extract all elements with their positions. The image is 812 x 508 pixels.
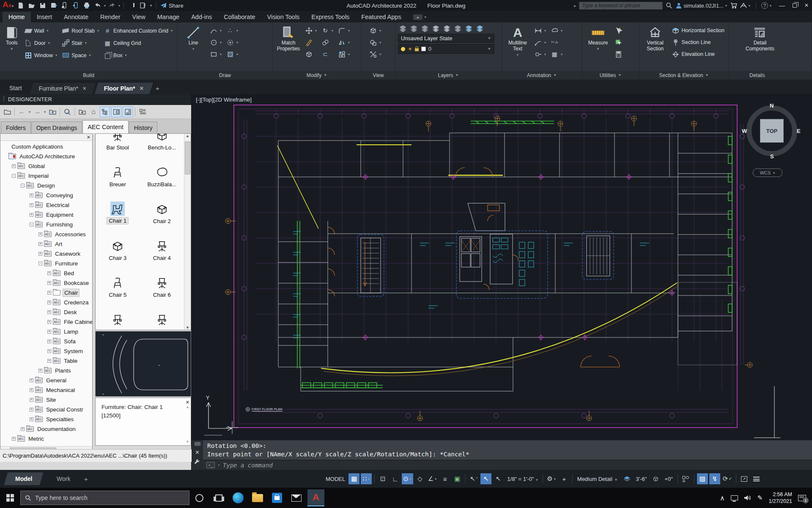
osnap-2d-toggle[interactable]: ↖° [468, 473, 479, 484]
quick-calc-button[interactable] [613, 50, 624, 58]
tab-add-ins[interactable]: Add-ins [185, 12, 218, 22]
recent-commands-dropdown[interactable]: ▾ [217, 463, 220, 467]
open-from-web-button[interactable] [60, 1, 70, 10]
snap-toggle[interactable]: ∷▾ [361, 473, 372, 484]
redo-button[interactable] [107, 1, 117, 10]
tree-item-lamp[interactable]: +Lamp [0, 327, 92, 337]
tree-item-furnishing[interactable]: -Furnishing [0, 220, 92, 229]
tree-item-desk[interactable]: +Desk [0, 307, 92, 317]
tree-item-autocad-architecture[interactable]: +AutoCAD Architecture [0, 152, 92, 161]
scroll-down-arrow[interactable]: ▼ [186, 326, 189, 330]
tree-expander-icon[interactable]: + [38, 369, 42, 373]
tree-expander-icon[interactable]: + [30, 203, 33, 207]
plot-button[interactable] [82, 1, 92, 10]
search-button[interactable] [62, 107, 72, 117]
tree-item-special-constr[interactable]: +Special Constr [0, 405, 92, 414]
tree-expander-icon[interactable]: + [47, 301, 51, 304]
lineweight-toggle[interactable]: ≡ [439, 473, 450, 484]
leader-button[interactable]: ▾ [532, 39, 548, 46]
layer-properties-button[interactable] [398, 24, 407, 33]
drag-handle-icon[interactable] [195, 442, 200, 446]
content-item-chair-8[interactable]: Chair 8 [140, 300, 184, 330]
search-expand-arrow[interactable]: ▸ [574, 3, 576, 8]
move-button[interactable]: ▾ [303, 27, 319, 34]
app-store-cart-icon[interactable] [730, 2, 737, 9]
ortho-toggle[interactable]: ∟ [390, 473, 401, 484]
revision-cloud-button[interactable]: ▾ [549, 27, 565, 34]
osnap-3d-toggle[interactable]: ↖ [493, 473, 504, 484]
layer-unlock-icon[interactable] [415, 48, 419, 51]
back-button[interactable]: ← [17, 107, 27, 117]
command-close-icon[interactable]: ✕ [195, 449, 200, 456]
tree-item-chair[interactable]: +Chair [0, 288, 92, 298]
door-button[interactable]: Door▾ [23, 39, 59, 47]
rectangle-button[interactable]: ▾ [208, 50, 224, 58]
command-input-row[interactable]: ›_ ▾ Type a command [203, 460, 812, 470]
layer-current-row[interactable]: ☀ 0 ▼ [398, 44, 494, 54]
tree-item-file-cabinet[interactable]: +File Cabinet [0, 317, 92, 327]
palette-grip[interactable] [3, 97, 5, 102]
panel-label-utilities[interactable]: Utilities▼ [582, 71, 639, 80]
tree-item-sofa[interactable]: +Sofa [0, 337, 92, 346]
layer-isolate-button[interactable] [453, 24, 462, 33]
infer-constraints-toggle[interactable]: ⊡ [377, 473, 388, 484]
qat-customize-dropdown[interactable]: ▼ [149, 4, 153, 8]
tree-expander-icon[interactable]: + [47, 310, 51, 314]
action-center-icon[interactable]: 1 [798, 495, 806, 501]
viewcube[interactable]: N W E S TOP [744, 103, 799, 158]
taskbar-search-input[interactable] [35, 494, 170, 501]
cortana-button[interactable] [189, 488, 209, 508]
content-item-chair-2[interactable]: Chair 2 [140, 189, 184, 226]
start-button[interactable] [0, 494, 20, 502]
layer-unisolate-button[interactable] [464, 24, 473, 33]
panel-label-details[interactable]: Details [729, 71, 812, 80]
designcenter-title-bar[interactable]: DESIGNCENTER [0, 94, 191, 105]
file-explorer-icon[interactable] [248, 488, 267, 508]
section-line-button[interactable]: Section Line [670, 39, 726, 46]
isodraft-toggle[interactable]: ◇ [414, 473, 425, 484]
tree-expander-icon[interactable]: + [30, 388, 33, 392]
mirror-button[interactable]: ▾ [336, 39, 352, 46]
panel-label-build[interactable]: Build [0, 71, 177, 80]
tree-expander-icon[interactable]: + [47, 291, 51, 295]
stair-button[interactable]: Stair▾ [60, 39, 101, 47]
tree-item-documentation[interactable]: +Documentation [0, 424, 92, 434]
tab-collaborate[interactable]: Collaborate [218, 12, 261, 22]
named-views-button[interactable]: ▾ [368, 50, 383, 58]
detail-level-dropdown[interactable]: Medium Detail ▼ [575, 476, 620, 482]
network-icon[interactable] [731, 495, 738, 500]
compass-north[interactable]: N [770, 102, 774, 109]
home-button[interactable]: ⌂ [88, 107, 99, 117]
tree-item-plants[interactable]: +Plants [0, 366, 92, 375]
tree-expander-icon[interactable]: + [38, 242, 42, 246]
ceiling-grid-button[interactable]: ▦Ceiling Grid [102, 39, 175, 47]
taskbar-search[interactable] [20, 491, 189, 505]
tree-item-custom-applications[interactable]: +Custom Applications [0, 142, 92, 152]
preview-toggle[interactable] [111, 107, 121, 117]
autodesk-logo[interactable]: ▾ [740, 2, 751, 9]
tab-insert[interactable]: Insert [31, 12, 58, 22]
layer-walk-button[interactable] [475, 24, 484, 33]
tree-expander-icon[interactable]: + [47, 330, 51, 334]
content-item-buzzibala[interactable]: BuzziBala... [140, 152, 184, 189]
enhanced-custom-grid-button[interactable]: #Enhanced Custom Grid▾ [102, 27, 175, 35]
table-button[interactable]: ▦▾ [549, 50, 565, 58]
ribbon-collapse-dropdown[interactable]: ▾ [424, 15, 427, 19]
space-button[interactable]: Space▾ [60, 52, 101, 59]
horizontal-section-button[interactable]: Horizontal Section [670, 27, 726, 34]
forward-dropdown[interactable]: ▾ [44, 110, 46, 114]
tray-expand-chevron[interactable]: ∧ [720, 494, 725, 502]
layer-freeze-button[interactable] [431, 24, 440, 33]
load-button[interactable] [2, 107, 12, 117]
tree-item-bookcase[interactable]: +Bookcase [0, 278, 92, 288]
tree-expander-icon[interactable]: - [21, 184, 25, 188]
window-button[interactable]: Window▾ [23, 52, 59, 59]
forward-button[interactable]: → [32, 107, 42, 117]
panel-label-view[interactable]: View [362, 71, 395, 80]
annotation-visibility-button[interactable]: + [559, 473, 570, 484]
tree-expander-icon[interactable]: + [47, 271, 51, 275]
tree-item-electrical[interactable]: +Electrical [0, 200, 92, 210]
view-cube-button[interactable]: ▾ [368, 27, 383, 34]
tree-item-global[interactable]: +Global [0, 161, 92, 171]
elevation-line-button[interactable]: Elevation Line [670, 50, 726, 58]
